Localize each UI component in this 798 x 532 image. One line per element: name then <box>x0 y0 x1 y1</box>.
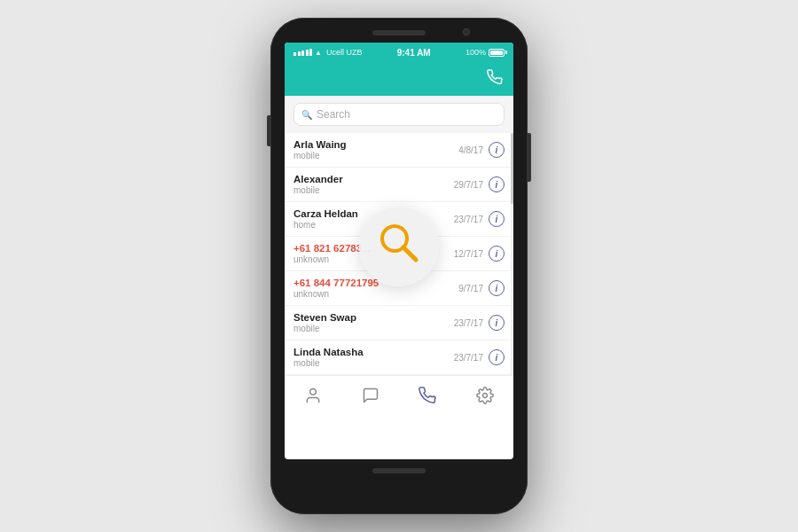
search-placeholder: Search <box>317 108 350 121</box>
contact-date: 29/7/17 <box>454 180 483 190</box>
info-button[interactable]: i <box>489 280 505 296</box>
camera <box>463 28 470 35</box>
contact-type: mobile <box>293 151 458 160</box>
status-left: ▲ Ucell UZB <box>293 48 362 57</box>
nav-settings[interactable] <box>466 383 505 408</box>
carrier-label: Ucell UZB <box>326 48 363 57</box>
contact-type: mobile <box>293 358 454 368</box>
info-button[interactable]: i <box>489 349 505 365</box>
contact-info: +61 844 77721795 unknown <box>293 278 458 299</box>
phone-top <box>270 18 528 35</box>
info-button[interactable]: i <box>489 315 505 331</box>
contact-date: 9/7/17 <box>458 284 483 293</box>
contact-date: 23/7/17 <box>454 215 483 224</box>
scrollbar-thumb <box>511 133 513 204</box>
contact-date: 23/7/17 <box>454 318 483 328</box>
nav-messages[interactable] <box>351 383 390 408</box>
wifi-icon: ▲ <box>315 49 322 57</box>
contact-meta: 29/7/17 i <box>454 176 505 192</box>
svg-point-2 <box>310 388 317 395</box>
phone-screen: ▲ Ucell UZB 9:41 AM 100% <box>285 43 513 459</box>
nav-calls[interactable] <box>408 383 447 408</box>
magnifier-icon <box>377 221 421 271</box>
scrollbar[interactable] <box>511 133 513 375</box>
contact-type: mobile <box>293 324 454 333</box>
contact-name: Alexander <box>293 174 454 184</box>
battery-percent: 100% <box>466 48 486 57</box>
info-button[interactable]: i <box>489 246 505 262</box>
contact-list: Arla Waing mobile 4/8/17 i Alexander mob… <box>285 133 513 375</box>
info-button[interactable]: i <box>489 211 505 227</box>
contact-item[interactable]: Steven Swap mobile 23/7/17 i <box>285 306 513 340</box>
svg-point-3 <box>482 393 487 397</box>
info-button[interactable]: i <box>489 142 505 158</box>
magnifier-overlay <box>359 207 439 286</box>
power-button <box>528 133 531 182</box>
contact-info: Alexander mobile <box>293 174 454 195</box>
app-header <box>285 62 513 96</box>
contact-meta: 23/7/17 i <box>454 211 505 227</box>
contact-name: Linda Natasha <box>293 347 454 357</box>
header-call-icon[interactable] <box>487 69 503 89</box>
contact-info: Steven Swap mobile <box>293 312 454 333</box>
contact-meta: 23/7/17 i <box>454 349 505 365</box>
status-right: 100% <box>466 48 505 57</box>
signal-icon <box>293 49 312 56</box>
bottom-nav <box>285 375 513 414</box>
search-bar[interactable]: 🔍 Search <box>293 103 505 126</box>
contact-item[interactable]: Linda Natasha mobile 23/7/17 i <box>285 340 513 375</box>
contact-meta: 9/7/17 i <box>458 280 505 296</box>
contact-date: 23/7/17 <box>454 353 483 363</box>
contact-name: Arla Waing <box>293 139 458 150</box>
contact-type: mobile <box>293 185 454 195</box>
contact-info: Linda Natasha mobile <box>293 347 454 368</box>
contact-date: 12/7/17 <box>454 249 483 259</box>
contact-type: unknown <box>293 289 458 299</box>
phone-mockup: ▲ Ucell UZB 9:41 AM 100% <box>270 18 528 514</box>
battery-icon <box>489 49 505 57</box>
contact-meta: 12/7/17 i <box>454 246 505 262</box>
speaker <box>372 30 426 35</box>
nav-contacts[interactable] <box>293 383 332 408</box>
battery-fill <box>490 51 503 55</box>
contact-item[interactable]: Arla Waing mobile 4/8/17 i <box>285 133 513 168</box>
contact-name: Steven Swap <box>293 312 454 323</box>
contact-meta: 4/8/17 i <box>458 142 505 158</box>
contact-date: 4/8/17 <box>458 145 483 155</box>
volume-button <box>267 115 270 146</box>
contact-meta: 23/7/17 i <box>454 315 505 331</box>
contact-item[interactable]: Alexander mobile 29/7/17 i <box>285 168 513 202</box>
info-button[interactable]: i <box>489 176 505 192</box>
time-display: 9:41 AM <box>397 48 431 58</box>
status-bar: ▲ Ucell UZB 9:41 AM 100% <box>285 43 513 62</box>
search-icon: 🔍 <box>301 110 312 120</box>
contact-info: Arla Waing mobile <box>293 139 458 160</box>
home-indicator <box>372 468 426 473</box>
svg-line-1 <box>403 247 416 260</box>
phone-body: ▲ Ucell UZB 9:41 AM 100% <box>270 18 528 514</box>
search-container: 🔍 Search <box>285 96 513 133</box>
